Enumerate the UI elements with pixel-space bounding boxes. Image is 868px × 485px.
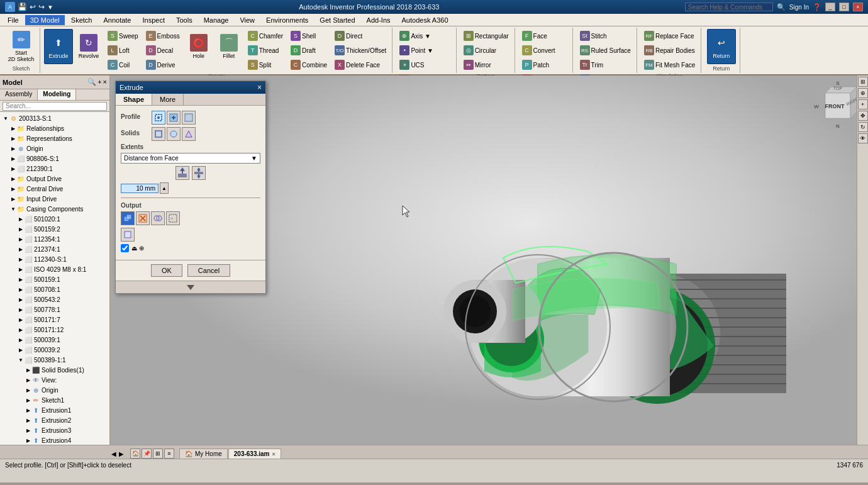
viewcube[interactable]: FRONT RIGHT TOP N S W E [813, 81, 863, 131]
pan-btn[interactable]: ✥ [858, 111, 868, 121]
derive-button[interactable]: D Derive [143, 58, 183, 72]
tree-item-output[interactable]: ▶📁Output Drive [0, 174, 109, 184]
panel-close-icon[interactable]: × [103, 78, 107, 86]
dialog-close-button[interactable]: × [257, 83, 262, 92]
pin-icon-bar[interactable]: 📌 [142, 449, 152, 459]
list-icon-bar[interactable]: ≡ [164, 449, 174, 459]
tree-item-908806[interactable]: ▶⬜908806-S:1 [0, 153, 109, 164]
trim-button[interactable]: Tr Trim [577, 58, 607, 72]
mirror-button[interactable]: ⇔ Mirror [460, 58, 494, 72]
tree-item-extrusion1[interactable]: ▶⬆Extrusion1 [0, 405, 109, 415]
return-button[interactable]: ↩ Return [707, 29, 736, 64]
menu-manage[interactable]: Manage [199, 15, 234, 25]
revolve-button[interactable]: ↻ Revolve [74, 29, 103, 64]
profile-option-btn[interactable] [167, 111, 181, 125]
combine-button[interactable]: C Combine [287, 58, 330, 72]
output-alt-btn[interactable] [121, 228, 135, 242]
tree-item-500778[interactable]: ▶⬜500778:1 [0, 304, 109, 315]
menu-view[interactable]: View [235, 15, 260, 25]
menu-inspect[interactable]: Inspect [138, 15, 170, 25]
zoom-fit-btn[interactable]: ⊕ [858, 88, 868, 98]
deleteface-button[interactable]: X Delete Face [331, 58, 389, 72]
output-join-btn[interactable] [121, 211, 135, 225]
replaceface-button[interactable]: RF Replace Face [641, 29, 698, 43]
extrude-button[interactable]: ⬆ Extrude [44, 29, 73, 64]
dialog-tab-shape[interactable]: Shape [116, 94, 152, 105]
quick-access-more[interactable]: ▼ [47, 4, 53, 11]
ucs-button[interactable]: ⌖ UCS [396, 58, 427, 72]
tree-item-origin[interactable]: ▶⊕Origin [0, 143, 109, 153]
direction-symmetric-btn[interactable] [192, 166, 206, 180]
distance-up-btn[interactable]: ▲ [160, 182, 169, 194]
rectangular-button[interactable]: ⊞ Rectangular [460, 29, 512, 43]
solids-option2-btn[interactable] [182, 127, 196, 141]
emboss-button[interactable]: E Emboss [143, 29, 183, 43]
doc-tab-model[interactable]: 203-633.iam × [228, 449, 281, 459]
tree-item-root[interactable]: ▼⚙200313-S:1 [0, 113, 109, 123]
search-icon[interactable]: 🔍 [777, 3, 786, 11]
tree-item-sketch1[interactable]: ▶✏Sketch1 [0, 395, 109, 405]
fillet-button[interactable]: ⌒ Fillet [214, 29, 243, 64]
viewport[interactable]: X Y Z Extrude × Shape More Profile [110, 75, 868, 445]
draft-button[interactable]: D Draft [287, 43, 330, 57]
symmetry-checkbox[interactable] [121, 244, 129, 252]
tree-item-extrusion4[interactable]: ▶⬆Extrusion4 [0, 435, 109, 445]
tab-nav-left[interactable]: ◀ [110, 449, 118, 459]
panel-search-icon[interactable]: 🔍 [87, 78, 96, 86]
tree-item-extrusion3[interactable]: ▶⬆Extrusion3 [0, 425, 109, 435]
dialog-title[interactable]: Extrude × [116, 81, 265, 94]
coil-button[interactable]: C Coil [104, 58, 142, 72]
signin-button[interactable]: Sign In [789, 4, 809, 11]
tree-item-501020[interactable]: ▶⬜501020:1 [0, 214, 109, 224]
output-cut-btn[interactable] [136, 211, 150, 225]
panel-expand-icon[interactable]: + [97, 78, 101, 86]
zoom-btn[interactable]: + [858, 99, 868, 109]
menu-file[interactable]: File [3, 15, 24, 25]
start-2d-sketch-button[interactable]: ✏ Start2D Sketch [7, 29, 36, 64]
solids-select-btn[interactable] [152, 127, 165, 141]
model-tab-close[interactable]: × [272, 451, 275, 457]
tree-item-112340[interactable]: ▶⬜112340-S:1 [0, 254, 109, 264]
tree-item-500389[interactable]: ▼⬜500389-1:1 [0, 355, 109, 365]
minimize-button[interactable]: _ [825, 3, 835, 11]
direct-button[interactable]: D Direct [331, 29, 389, 43]
panel-tab-assembly[interactable]: Assembly [0, 89, 38, 100]
quick-access-redo[interactable]: ↪ [38, 3, 45, 11]
profile-option2-btn[interactable] [182, 111, 196, 125]
tab-nav-right[interactable]: ▶ [118, 449, 125, 459]
tree-item-relationships[interactable]: ▶📁Relationships [0, 123, 109, 133]
rotate-btn[interactable]: ↻ [858, 122, 868, 132]
menu-a360[interactable]: Autodesk A360 [397, 15, 453, 25]
thread-button[interactable]: T Thread [245, 43, 286, 57]
axis-button[interactable]: ⊕ Axis ▼ [396, 29, 434, 43]
thicken-button[interactable]: T/O Thicken/Offset [331, 43, 389, 57]
output-intersect-btn[interactable] [151, 211, 165, 225]
chamfer-button[interactable]: C Chamfer [245, 29, 286, 43]
panel-tab-modeling[interactable]: Modeling [38, 89, 76, 100]
tree-item-iso4029[interactable]: ▶⬜ISO 4029 M8 x 8:1 [0, 264, 109, 274]
tree-item-500159_1[interactable]: ▶⬜500159:1 [0, 274, 109, 284]
profile-select-btn[interactable] [152, 111, 165, 125]
patch-button[interactable]: P Patch [519, 58, 553, 72]
shell-button[interactable]: S Shell [287, 29, 330, 43]
dialog-tab-more[interactable]: More [152, 94, 184, 105]
quick-access-save[interactable]: 💾 [18, 3, 27, 11]
menu-environments[interactable]: Environments [261, 15, 313, 25]
home-icon-bar[interactable]: 🏠 [130, 449, 140, 459]
tree-item-500171_7[interactable]: ▶⬜500171:7 [0, 315, 109, 325]
tree-item-casing[interactable]: ▼📁Casing Components [0, 204, 109, 214]
tree-item-view[interactable]: ▶👁View: [0, 375, 109, 385]
menu-tools[interactable]: Tools [171, 15, 198, 25]
dialog-cancel-button[interactable]: Cancel [187, 264, 230, 277]
sweep-button[interactable]: S Sweep [104, 29, 142, 43]
panel-search-input[interactable] [3, 102, 107, 111]
view-btn[interactable]: 👁 [858, 133, 868, 143]
menu-annotate[interactable]: Annotate [98, 15, 136, 25]
repairbodies-button[interactable]: RB Repair Bodies [641, 43, 698, 57]
doc-tab-myhome[interactable]: 🏠 My Home [179, 449, 228, 459]
circular-button[interactable]: ◎ Circular [460, 43, 499, 57]
ruledsurf-button[interactable]: RS Ruled Surface [577, 43, 634, 57]
tree-item-212390[interactable]: ▶⬜212390:1 [0, 164, 109, 174]
decal-button[interactable]: D Decal [143, 43, 183, 57]
tree-item-500039_2[interactable]: ▶⬜500039:2 [0, 345, 109, 355]
